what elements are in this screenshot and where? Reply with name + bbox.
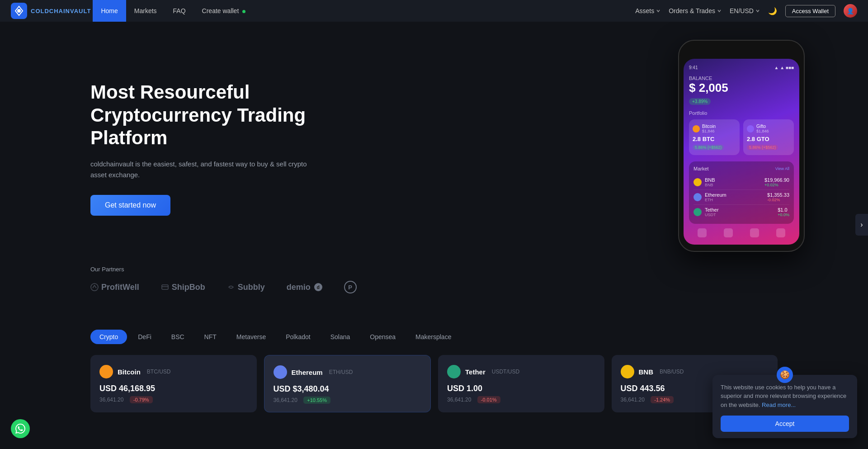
hero-title: Most Resourceful Cryptocurrency Trading …	[90, 81, 362, 149]
btc-icon	[99, 365, 113, 378]
bnb-icon	[621, 365, 634, 378]
tab-metaverse[interactable]: Metaverse	[227, 330, 275, 344]
phone-mockup: 9:41 ▲ ▲ ■■■ BALANCE $ 2,005 +3.89% Port…	[678, 40, 805, 252]
tab-makersplace[interactable]: Makersplace	[406, 330, 460, 344]
crypto-card-eth: Ethereum ETH/USD USD $3,480.04 36,641.20…	[264, 355, 431, 412]
locale-dropdown[interactable]: EN/USD	[730, 7, 760, 14]
assets-dropdown[interactable]: Assets	[635, 7, 660, 14]
nav-home[interactable]: Home	[93, 0, 126, 22]
partner-p: P	[344, 281, 357, 293]
access-wallet-button[interactable]: Access Wallet	[785, 5, 835, 17]
partner-shipbob: ShipBob	[161, 283, 205, 292]
hero-section: Most Resourceful Cryptocurrency Trading …	[0, 22, 868, 266]
gto-icon	[747, 125, 754, 132]
partner-subbly: Subbly	[227, 283, 265, 292]
phone-viewall-link[interactable]: View All	[775, 166, 789, 171]
tab-crypto[interactable]: Crypto	[90, 330, 127, 344]
read-more-link[interactable]: Read more...	[762, 402, 796, 408]
partners-section: Our Partners ProfitWell ShipBob Subbly d…	[0, 266, 868, 312]
phone-notch	[726, 47, 757, 55]
market-row-bnb: BNB BNB $19,966.90 +0.02%	[693, 175, 789, 190]
phone-portfolio: Bitcoin $1,846 2.8 BTC 5.86% (+$562) Gif…	[689, 119, 794, 155]
partners-label: Our Partners	[90, 266, 778, 273]
tab-solana[interactable]: Solana	[321, 330, 359, 344]
svg-point-2	[91, 284, 98, 291]
phone-status-bar: 9:41 ▲ ▲ ■■■	[689, 65, 794, 70]
phone-nav-icon-2	[724, 228, 733, 237]
phone-market-title: Market	[693, 166, 709, 171]
whatsapp-button[interactable]	[11, 419, 30, 438]
bnb-market-icon	[693, 178, 702, 186]
hero-description: coldchainvault is the easiest, safest, a…	[90, 159, 307, 180]
btc-icon	[693, 125, 700, 132]
live-dot	[242, 10, 245, 13]
market-row-eth: Ethereum ETH $1,355.33 -0.02%	[693, 190, 789, 205]
nav-right: Assets Orders & Trades EN/USD 🌙 Access W…	[635, 4, 857, 18]
orders-trades-dropdown[interactable]: Orders & Trades	[669, 7, 722, 14]
partner-demio: demiod	[287, 283, 322, 292]
market-row-usdt: Tether USDT $1.0 +0.0%	[693, 205, 789, 219]
phone-portfolio-label: Portfolio	[689, 110, 794, 116]
get-started-button[interactable]: Get started now	[90, 195, 170, 216]
tab-polkadot[interactable]: Polkadot	[277, 330, 319, 344]
phone-nav-icon-4	[776, 228, 785, 237]
usdt-icon	[447, 365, 461, 378]
tab-nft[interactable]: NFT	[195, 330, 226, 344]
market-tabs-bar: Crypto DeFi BSC NFT Metaverse Polkadot S…	[90, 330, 778, 344]
tab-opensea[interactable]: Opensea	[361, 330, 405, 344]
tab-defi[interactable]: DeFi	[129, 330, 160, 344]
eth-market-icon	[693, 193, 702, 201]
eth-icon	[274, 365, 287, 379]
usdt-market-icon	[693, 208, 702, 216]
phone-balance: $ 2,005	[689, 81, 794, 95]
phone-nav-icon-3	[750, 228, 759, 237]
user-avatar[interactable]: 👤	[844, 4, 857, 18]
navbar: COLDCHAINVAULT Home Markets FAQ Create w…	[0, 0, 868, 22]
tab-bsc[interactable]: BSC	[162, 330, 193, 344]
cookie-accept-button[interactable]: Accept	[721, 416, 849, 432]
site-name: COLDCHAINVAULT	[31, 8, 91, 14]
nav-markets[interactable]: Markets	[126, 0, 165, 22]
cookie-icon: 🍪	[777, 367, 793, 383]
cookie-text: This website use cookies to help you hav…	[721, 383, 849, 410]
crypto-card-btc: Bitcoin BTC/USD USD 46,168.95 36,641.20 …	[90, 355, 257, 412]
crypto-cards-list: Bitcoin BTC/USD USD 46,168.95 36,641.20 …	[90, 355, 778, 412]
cookie-banner: 🍪 This website use cookies to help you h…	[712, 375, 857, 439]
crypto-card-usdt: Tether USDT/USD USD 1.00 36,641.20 -0.01…	[438, 355, 604, 412]
svg-rect-3	[162, 285, 168, 289]
scroll-right-arrow[interactable]: ›	[855, 214, 868, 236]
partner-profitwell: ProfitWell	[90, 283, 139, 292]
svg-point-1	[17, 9, 21, 13]
nav-create-wallet[interactable]: Create wallet	[194, 0, 254, 22]
phone-market-section: Market View All BNB BNB $19,966.90	[689, 161, 794, 224]
phone-balance-label: BALANCE	[689, 76, 794, 81]
theme-toggle-button[interactable]: 🌙	[768, 7, 777, 15]
site-logo[interactable]: COLDCHAINVAULT	[11, 3, 91, 19]
phone-screen: 9:41 ▲ ▲ ■■■ BALANCE $ 2,005 +3.89% Port…	[684, 59, 799, 245]
hero-content: Most Resourceful Cryptocurrency Trading …	[90, 81, 362, 215]
portfolio-card-btc: Bitcoin $1,846 2.8 BTC 5.86% (+$562)	[689, 119, 740, 155]
phone-nav-icon-1	[698, 228, 707, 237]
portfolio-card-gto: Gifto $1,846 2.8 GTO 5.86% (+$562)	[743, 119, 794, 155]
phone-badge: +3.89%	[689, 98, 711, 105]
phone-bottom-nav	[689, 224, 794, 238]
partners-logos: ProfitWell ShipBob Subbly demiod P	[90, 281, 778, 293]
nav-faq[interactable]: FAQ	[165, 0, 194, 22]
